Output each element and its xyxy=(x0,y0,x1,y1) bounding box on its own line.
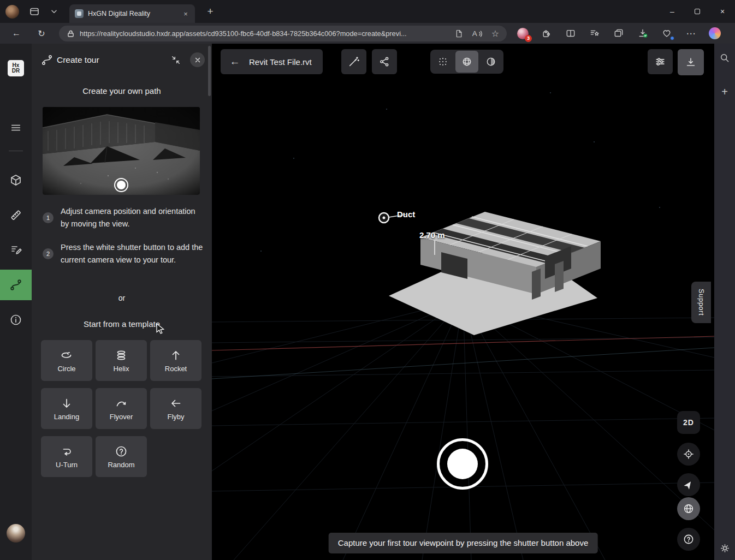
essentials-badge xyxy=(670,36,674,40)
render-mode-switch xyxy=(430,50,503,74)
help-button[interactable] xyxy=(677,528,700,551)
globe-icon xyxy=(683,503,695,515)
tab-close-icon[interactable]: × xyxy=(181,10,191,18)
file-name: Revit Test File.rvt xyxy=(249,57,323,67)
support-tab[interactable]: Support xyxy=(691,282,711,323)
tour-tool-selected[interactable] xyxy=(0,270,32,300)
collections-icon[interactable] xyxy=(612,26,626,40)
question-icon xyxy=(683,533,695,545)
address-bar[interactable]: https://realitycloudstudio.hxdr.app/asse… xyxy=(59,26,507,41)
mesh-mode-button[interactable] xyxy=(455,51,478,73)
info-icon[interactable] xyxy=(9,313,22,326)
maximize-button[interactable] xyxy=(685,0,710,23)
template-helix[interactable]: Helix xyxy=(96,340,147,381)
duct-annotation-label[interactable]: Duct xyxy=(397,210,415,219)
profile-extension-icon[interactable]: 3 xyxy=(515,26,530,40)
tab-title: HxGN Digital Reality xyxy=(88,10,176,17)
window-controls: – × xyxy=(660,0,735,23)
create-tour-panel: Create tour Create your own path xyxy=(32,44,212,560)
globe-button[interactable] xyxy=(677,497,700,520)
panel-scrollbar[interactable] xyxy=(208,46,211,96)
arrow-left-icon xyxy=(169,397,182,410)
mouse-cursor xyxy=(156,323,167,335)
viewport-back-button[interactable]: ← xyxy=(221,49,249,74)
navigate-button[interactable] xyxy=(677,473,700,496)
cloud-download-icon xyxy=(685,56,697,68)
template-circle[interactable]: Circle xyxy=(41,340,92,381)
rail-divider xyxy=(9,151,23,151)
app-area: HxDR Create tour Create your own path xyxy=(0,44,735,560)
gear-icon[interactable] xyxy=(718,541,731,555)
template-random[interactable]: Random xyxy=(96,436,147,477)
u-turn-icon xyxy=(60,445,73,458)
step-2-text: Press the white shutter button to add th… xyxy=(61,241,203,266)
tab-actions-chevron-icon[interactable] xyxy=(48,5,61,18)
share-icon xyxy=(378,56,390,68)
new-tab-button[interactable]: + xyxy=(203,4,218,19)
measure-icon[interactable] xyxy=(9,208,22,222)
curve-arrow-icon xyxy=(115,397,128,410)
arrow-up-icon xyxy=(169,349,182,362)
collapse-panel-icon[interactable] xyxy=(169,53,182,67)
annotate-icon[interactable] xyxy=(9,243,22,257)
close-window-button[interactable]: × xyxy=(710,0,735,23)
tour-path-icon xyxy=(9,278,23,292)
page-icon[interactable] xyxy=(454,29,464,38)
template-flyover[interactable]: Flyover xyxy=(96,388,147,429)
panel-title: Create tour xyxy=(57,55,99,65)
point-cloud-mode-button[interactable] xyxy=(431,51,454,73)
point-cloud-icon xyxy=(437,56,448,67)
back-button[interactable]: ← xyxy=(9,26,24,41)
magic-wand-icon xyxy=(348,56,360,68)
step-2: 2 Press the white shutter button to add … xyxy=(43,241,203,266)
download-model-button[interactable] xyxy=(678,49,704,75)
split-screen-icon[interactable] xyxy=(564,26,578,40)
downloads-icon[interactable] xyxy=(636,26,650,40)
locate-button[interactable] xyxy=(677,443,700,466)
or-divider: or xyxy=(32,294,212,302)
2d-mode-button[interactable]: 2D xyxy=(677,411,700,434)
file-pill: ← Revit Test File.rvt xyxy=(221,49,323,74)
template-rocket[interactable]: Rocket xyxy=(150,340,201,381)
template-uturn[interactable]: U-Turn xyxy=(41,436,92,477)
extensions-puzzle-icon[interactable] xyxy=(540,26,554,40)
view-settings-button[interactable] xyxy=(648,49,673,74)
step-1: 1 Adjust camera position and orientation… xyxy=(43,205,203,230)
share-button[interactable] xyxy=(372,49,397,74)
minimize-button[interactable]: – xyxy=(660,0,685,23)
user-avatar[interactable] xyxy=(7,524,25,543)
helix-icon xyxy=(115,349,128,362)
settings-more-icon[interactable]: ⋯ xyxy=(684,26,698,40)
browser-essentials-icon[interactable] xyxy=(660,26,674,40)
template-heading: Start from a template xyxy=(32,319,212,329)
magic-wand-button[interactable] xyxy=(341,49,366,74)
lock-icon xyxy=(67,29,75,38)
search-icon[interactable] xyxy=(718,51,731,64)
favorites-icon[interactable] xyxy=(588,26,602,40)
add-sidebar-icon[interactable]: + xyxy=(718,85,731,98)
textured-mode-button[interactable] xyxy=(479,51,502,73)
teal-axis-line xyxy=(212,348,714,379)
template-flyby[interactable]: Flyby xyxy=(150,388,201,429)
browser-window: HxGN Digital Reality × + – × ← ↻ https:/… xyxy=(0,0,735,560)
close-panel-button[interactable] xyxy=(190,52,205,67)
duct-distance-label: 2.70 m xyxy=(419,230,445,240)
hxdr-logo[interactable]: HxDR xyxy=(8,60,24,76)
navigation-arrow-icon xyxy=(683,479,694,490)
refresh-button[interactable]: ↻ xyxy=(34,26,49,41)
read-aloud-icon[interactable]: A xyxy=(472,29,483,38)
workspaces-icon[interactable] xyxy=(28,5,41,18)
shutter-button[interactable] xyxy=(437,438,488,490)
favorite-star-icon[interactable]: ☆ xyxy=(491,28,499,39)
hamburger-menu-icon[interactable] xyxy=(9,121,22,134)
browser-tab[interactable]: HxGN Digital Reality × xyxy=(69,4,195,23)
3d-viewport[interactable]: Duct 2.70 m ← Revit Test File.rvt xyxy=(212,44,714,560)
url-text[interactable]: https://realitycloudstudio.hxdr.app/asse… xyxy=(80,29,449,38)
close-icon xyxy=(194,57,201,63)
crosshair-icon xyxy=(683,448,695,460)
browser-profile-avatar[interactable] xyxy=(5,5,19,19)
copilot-icon[interactable] xyxy=(708,26,722,40)
assets-cube-icon[interactable] xyxy=(9,174,22,187)
template-landing[interactable]: Landing xyxy=(41,388,92,429)
circle-path-icon xyxy=(60,349,73,362)
